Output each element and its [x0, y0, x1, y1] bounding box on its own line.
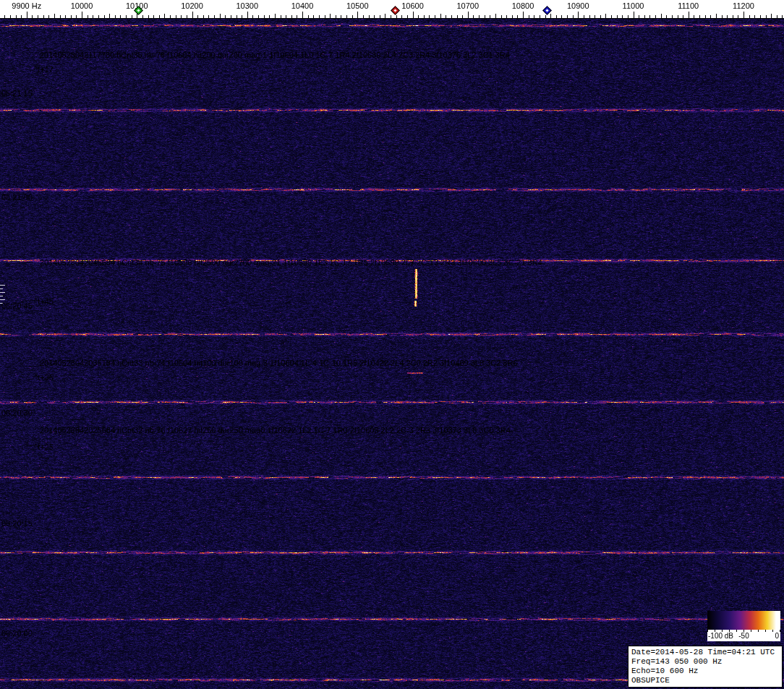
spectrogram-canvas[interactable]: [0, 19, 784, 689]
green-frequency-marker-dot: [137, 9, 140, 12]
green-frequency-marker-diamond[interactable]: [134, 6, 143, 15]
intensity-colorbar: -100 dB -50 0: [707, 611, 780, 641]
spectrogram-window: 9900 Hz100001010010200103001040010500106…: [0, 0, 784, 689]
blue-frequency-marker-dot: [545, 9, 548, 12]
red-frequency-marker-diamond[interactable]: [391, 6, 400, 15]
colorbar-gradient: [707, 611, 780, 630]
spectrogram-area: 06:21:1506:21:0006:20:4506:20:3006:20:15…: [0, 19, 784, 689]
frequency-ruler-markers: [0, 0, 784, 19]
info-date-time: Date=2014-05-28 Time=04:21 UTC: [631, 648, 779, 657]
colorbar-min-label: -100 dB: [708, 632, 733, 641]
colorbar-labels: -100 dB -50 0: [707, 632, 780, 641]
info-receiver-frequency: Freq=143 050 000 Hz: [631, 657, 779, 667]
red-frequency-marker-dot: [393, 9, 396, 12]
frequency-ruler: 9900 Hz100001010010200103001040010500106…: [0, 0, 784, 19]
observation-info-box: Date=2014-05-28 Time=04:21 UTC Freq=143 …: [628, 646, 783, 688]
colorbar-max-label: 0: [775, 632, 779, 641]
blue-frequency-marker-diamond[interactable]: [542, 6, 552, 15]
colorbar-mid-label: -50: [738, 632, 749, 641]
info-echo-frequency: Echo=10 600 Hz: [631, 667, 779, 676]
info-station-name: OBSUPICE: [631, 676, 779, 685]
